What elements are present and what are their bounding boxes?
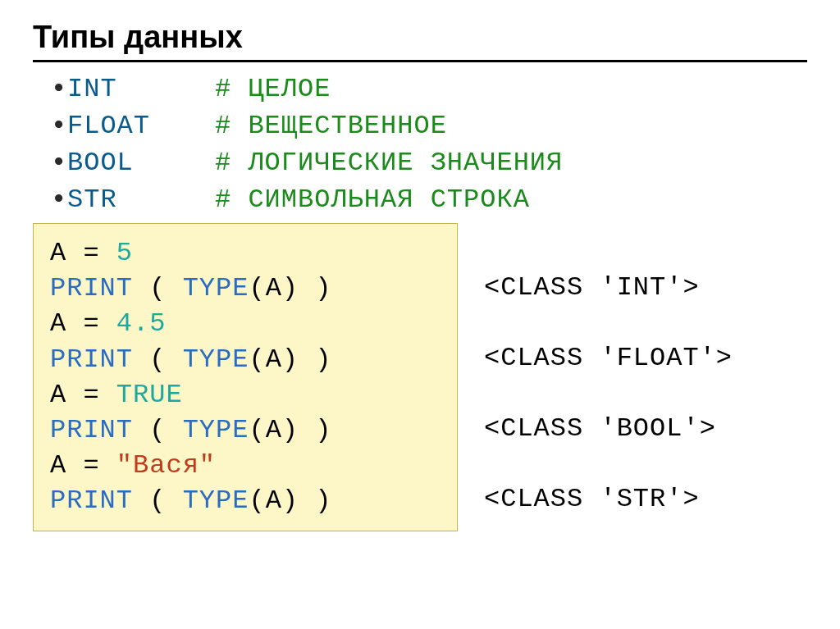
- code-text: A =: [50, 308, 116, 339]
- code-line: A = TRUE: [50, 377, 437, 412]
- bullet-icon: •: [54, 109, 67, 139]
- keyword: TYPE: [183, 485, 249, 516]
- type-name: FLOAT: [67, 111, 215, 141]
- code-box: A = 5 PRINT ( TYPE(A) ) A = 4.5 PRINT ( …: [33, 223, 458, 531]
- code-line: PRINT ( TYPE(A) ): [50, 483, 437, 518]
- type-row: • STR # СИМВОЛЬНАЯ СТРОКА: [54, 183, 807, 215]
- code-line: A = 4.5: [50, 306, 437, 341]
- type-name: INT: [67, 74, 215, 104]
- literal: 4.5: [116, 308, 167, 339]
- code-line: A = 5: [50, 235, 437, 271]
- keyword: TYPE: [183, 344, 249, 375]
- output-line: <CLASS 'STR'>: [484, 481, 733, 517]
- type-name: BOOL: [67, 148, 215, 178]
- code-text: A =: [50, 380, 116, 410]
- code-text: (A): [249, 344, 299, 375]
- code-text: (A): [249, 415, 299, 445]
- code-text: A =: [50, 238, 116, 268]
- literal: 5: [116, 238, 133, 268]
- output-spacer: [484, 235, 733, 270]
- code-text: ): [299, 415, 331, 445]
- type-row: • INT # ЦЕЛОЕ: [54, 72, 807, 104]
- code-text: (A): [249, 273, 299, 303]
- literal: TRUE: [116, 380, 183, 410]
- code-text: (A): [249, 485, 299, 516]
- divider: [33, 60, 807, 62]
- type-desc: # ЦЕЛОЕ: [215, 74, 331, 104]
- code-line: PRINT ( TYPE(A) ): [50, 271, 437, 306]
- keyword: PRINT: [50, 273, 133, 303]
- keyword: PRINT: [50, 415, 133, 445]
- output-spacer: [484, 305, 733, 340]
- type-list: • INT # ЦЕЛОЕ • FLOAT # ВЕЩЕСТВЕННОЕ • B…: [54, 72, 807, 215]
- bullet-icon: •: [54, 146, 67, 176]
- slide-content: Типы данных • INT # ЦЕЛОЕ • FLOAT # ВЕЩЕ…: [0, 0, 840, 531]
- code-text: ): [299, 273, 331, 303]
- type-desc: # СИМВОЛЬНАЯ СТРОКА: [215, 185, 530, 215]
- code-line: PRINT ( TYPE(A) ): [50, 342, 437, 377]
- type-row: • FLOAT # ВЕЩЕСТВЕННОЕ: [54, 109, 807, 141]
- output-spacer: [484, 446, 733, 481]
- keyword: TYPE: [183, 415, 249, 445]
- keyword: TYPE: [183, 273, 249, 303]
- code-text: (: [133, 344, 183, 375]
- keyword: PRINT: [50, 485, 133, 516]
- code-line: A = "Вася": [50, 448, 437, 483]
- code-text: (: [133, 415, 183, 445]
- code-line: PRINT ( TYPE(A) ): [50, 412, 437, 448]
- code-text: (: [133, 273, 183, 303]
- output-column: <CLASS 'INT'> <CLASS 'FLOAT'> <CLASS 'BO…: [458, 223, 733, 517]
- slide-title: Типы данных: [33, 20, 807, 55]
- output-spacer: [484, 376, 733, 411]
- type-desc: # ЛОГИЧЕСКИЕ ЗНАЧЕНИЯ: [215, 148, 563, 178]
- code-text: ): [299, 344, 331, 375]
- code-text: ): [299, 485, 331, 516]
- output-line: <CLASS 'INT'>: [484, 270, 733, 305]
- bullet-icon: •: [54, 183, 67, 213]
- code-text: A =: [50, 450, 116, 481]
- output-line: <CLASS 'BOOL'>: [484, 411, 733, 446]
- output-line: <CLASS 'FLOAT'>: [484, 340, 733, 376]
- literal: "Вася": [116, 450, 216, 481]
- code-text: (: [133, 485, 183, 516]
- code-output-row: A = 5 PRINT ( TYPE(A) ) A = 4.5 PRINT ( …: [33, 223, 807, 531]
- bullet-icon: •: [54, 72, 67, 103]
- type-desc: # ВЕЩЕСТВЕННОЕ: [215, 111, 447, 141]
- type-row: • BOOL # ЛОГИЧЕСКИЕ ЗНАЧЕНИЯ: [54, 146, 807, 178]
- keyword: PRINT: [50, 344, 133, 375]
- type-name: STR: [67, 185, 215, 215]
